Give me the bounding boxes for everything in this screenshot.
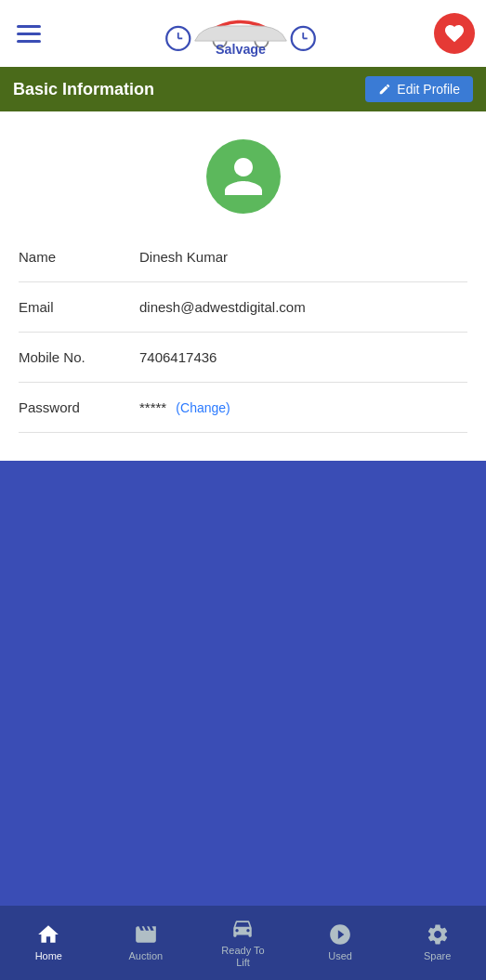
section-title: Basic Information [13, 80, 154, 99]
heart-icon [443, 22, 466, 45]
edit-profile-button[interactable]: Edit Profile [365, 76, 473, 102]
field-row-password: Password ***** (Change) [19, 383, 467, 433]
nav-label-spare: Spare [424, 950, 451, 962]
auction-icon [134, 922, 158, 947]
nav-item-used[interactable]: Used [292, 906, 389, 980]
header: Salvage [0, 0, 486, 67]
field-row-mobile: Mobile No. 7406417436 [19, 333, 467, 383]
nav-label-ready-to-lift: Ready ToLift [221, 945, 264, 969]
field-value-name: Dinesh Kumar [139, 249, 467, 265]
nav-label-used: Used [328, 950, 352, 962]
menu-button[interactable] [11, 20, 46, 48]
svg-text:Salvage: Salvage [215, 42, 265, 57]
nav-label-home: Home [35, 950, 62, 962]
profile-fields: Name Dinesh Kumar Email dinesh@adwestdig… [0, 232, 486, 461]
logo-image: Salvage [157, 9, 324, 58]
ready-to-lift-icon [230, 917, 255, 941]
section-header: Basic Information Edit Profile [0, 67, 486, 111]
nav-item-ready-to-lift[interactable]: Ready ToLift [194, 906, 292, 980]
home-icon [36, 922, 60, 947]
user-icon [220, 153, 267, 200]
field-value-mobile: 7406417436 [139, 349, 467, 365]
field-label-password: Password [19, 399, 139, 415]
nav-item-auction[interactable]: Auction [98, 906, 195, 980]
spare-icon [426, 922, 450, 947]
field-value-password: ***** (Change) [139, 399, 467, 415]
avatar-container [0, 111, 486, 232]
bottom-nav: Home Auction Ready ToLift Used Spare [0, 906, 486, 980]
avatar [206, 139, 281, 214]
nav-label-auction: Auction [129, 950, 164, 962]
field-label-name: Name [19, 249, 139, 265]
blue-background [0, 461, 486, 795]
nav-item-spare[interactable]: Spare [388, 906, 486, 980]
pencil-icon [378, 83, 391, 96]
used-icon [328, 922, 352, 947]
logo-container: Salvage [46, 9, 434, 58]
change-password-link[interactable]: (Change) [176, 400, 230, 415]
field-row-email: Email dinesh@adwestdigital.com [19, 282, 467, 333]
nav-item-home[interactable]: Home [0, 906, 98, 980]
field-row-name: Name Dinesh Kumar [19, 232, 467, 282]
field-value-email: dinesh@adwestdigital.com [139, 299, 467, 315]
basic-info-section: Basic Information Edit Profile Name Dine… [0, 67, 486, 461]
favorites-button[interactable] [434, 13, 475, 54]
field-label-mobile: Mobile No. [19, 349, 139, 365]
field-label-email: Email [19, 299, 139, 315]
